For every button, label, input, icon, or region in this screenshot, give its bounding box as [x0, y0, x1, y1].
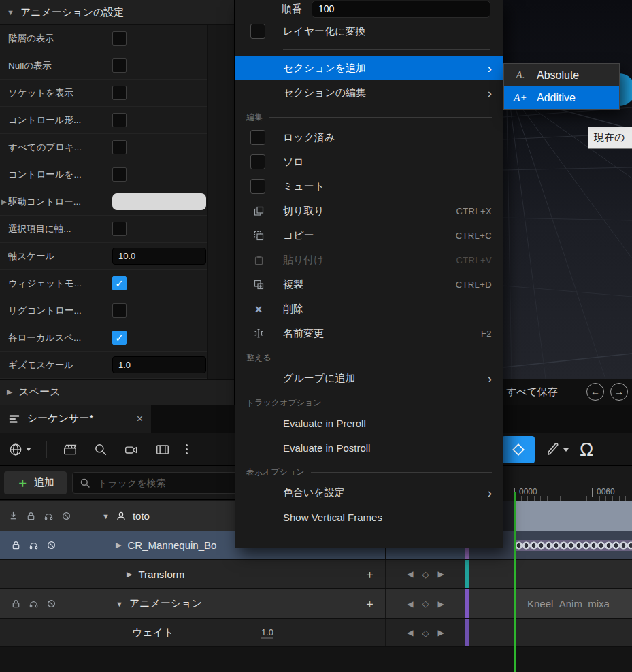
timeline-area-transform[interactable] [469, 560, 632, 588]
menu-item-locked[interactable]: ロック済み [235, 125, 503, 150]
expand-arrow-icon[interactable]: ▶ [127, 570, 132, 579]
add-key-icon[interactable]: ◇ [422, 569, 429, 579]
delete-icon: × [250, 303, 267, 316]
collapse-arrow-icon[interactable]: ▼ [102, 512, 110, 520]
menu-item-add-section[interactable]: セクションを追加 › [235, 56, 503, 80]
color-field[interactable] [112, 193, 206, 210]
menu-item-evaluate-preroll[interactable]: Evaluate in Preroll [235, 411, 503, 435]
track-row-weight[interactable]: ウェイト 1.0 ◀ ◇ ▶ [0, 619, 632, 647]
prev-key-icon[interactable]: ◀ [407, 599, 413, 609]
checkbox[interactable] [250, 179, 265, 194]
track-row-animation[interactable]: ▼ アニメーション ＋ ◀ ◇ ▶ Kneel_Anim_mixa [0, 589, 632, 619]
next-key-icon[interactable]: ▶ [438, 628, 444, 637]
solo-headphones-icon[interactable] [29, 540, 39, 550]
checkbox[interactable] [250, 154, 265, 169]
menu-item-solo[interactable]: ソロ [235, 150, 503, 174]
keyframe-mode-button[interactable] [502, 436, 535, 463]
checkbox[interactable] [250, 24, 265, 39]
collapse-arrow-icon[interactable]: ▼ [116, 600, 123, 608]
tab-sequencer[interactable]: シーケンサー* × [0, 405, 151, 433]
menu-item-rename[interactable]: 名前変更 F2 [235, 321, 503, 346]
add-key-icon[interactable]: ◇ [422, 599, 429, 609]
lock-icon[interactable] [11, 540, 21, 550]
add-subtrack-icon[interactable]: ＋ [364, 569, 376, 580]
menu-item-mute[interactable]: ミュート [235, 174, 503, 199]
gizmo-scale-field[interactable]: 1.0 [112, 356, 206, 373]
track-list-empty-area[interactable] [0, 647, 632, 672]
paint-tool-button[interactable] [546, 442, 569, 457]
next-key-icon[interactable]: ▶ [438, 569, 444, 579]
menu-item-label: Evaluate in Preroll [283, 418, 366, 429]
menu-item-convert-to-layer[interactable]: レイヤー化に変換 [235, 19, 503, 44]
space-section-header[interactable]: ▶ スペース [0, 379, 234, 405]
mute-icon[interactable] [46, 540, 56, 550]
settings-row: 軸スケール 10.0 [0, 243, 234, 270]
animation-clip[interactable]: Kneel_Anim_mixa [515, 589, 632, 618]
lock-icon[interactable] [26, 511, 36, 521]
navigate-back-button[interactable]: ← [586, 383, 604, 401]
timeline-area-weight[interactable] [469, 619, 632, 646]
checkbox[interactable] [112, 276, 127, 290]
keyframe-dots-strip[interactable] [515, 540, 632, 551]
checkbox[interactable] [112, 303, 127, 318]
checkbox[interactable] [112, 222, 127, 236]
find-in-sequence-icon[interactable] [93, 442, 108, 457]
checkbox[interactable] [112, 113, 127, 127]
collapse-arrow-icon[interactable]: ▼ [7, 8, 14, 16]
expander-arrow-icon[interactable]: ▶ [7, 388, 12, 397]
more-options-icon[interactable] [186, 444, 188, 454]
settings-row: 階層の表示 [0, 25, 234, 52]
next-key-icon[interactable]: ▶ [438, 599, 444, 609]
menu-item-label: セクションの編集 [283, 86, 366, 99]
3d-viewport[interactable] [503, 0, 632, 379]
create-camera-icon[interactable] [62, 442, 78, 457]
order-input[interactable] [312, 1, 490, 18]
lock-icon[interactable] [11, 599, 21, 609]
submenu-item-absolute[interactable]: A. Absolute [504, 64, 619, 86]
solo-headphones-icon[interactable] [44, 511, 54, 521]
film-slate-icon[interactable] [154, 442, 171, 457]
save-all-button[interactable]: すべて保存 [506, 386, 558, 399]
add-key-icon[interactable]: ◇ [422, 628, 429, 638]
panel-header[interactable]: ▼ アニメーションの設定 [0, 0, 234, 25]
track-row-transform[interactable]: ▶ Transform ＋ ◀ ◇ ▶ [0, 560, 632, 589]
axis-scale-field[interactable]: 10.0 [112, 248, 206, 265]
playhead[interactable] [514, 492, 516, 672]
checkbox[interactable] [112, 31, 127, 46]
world-selector-button[interactable] [8, 442, 31, 457]
submenu-item-additive[interactable]: A+ Additive [504, 86, 619, 109]
checkbox[interactable] [112, 86, 127, 100]
weight-value-field[interactable]: 1.0 [261, 627, 273, 639]
mute-icon[interactable] [46, 599, 56, 609]
menu-item-duplicate[interactable]: 複製 CTRL+D [235, 272, 503, 297]
expand-arrow-icon[interactable]: ▶ [116, 541, 121, 550]
add-subtrack-icon[interactable]: ＋ [364, 598, 376, 609]
checkbox[interactable] [112, 58, 127, 73]
menu-item-evaluate-postroll[interactable]: Evaluate in Postroll [235, 435, 503, 460]
timeline-area-animation[interactable]: Kneel_Anim_mixa [469, 589, 632, 618]
checkbox[interactable] [112, 331, 127, 345]
section-range-bar[interactable] [515, 501, 632, 531]
pin-icon[interactable] [8, 511, 18, 521]
menu-item-add-to-group[interactable]: グループに追加 › [235, 366, 503, 390]
navigate-forward-button[interactable]: → [610, 383, 628, 401]
solo-headphones-icon[interactable] [29, 599, 39, 609]
menu-item-cut[interactable]: 切り取り CTRL+X [235, 199, 503, 223]
prev-key-icon[interactable]: ◀ [407, 569, 413, 579]
mute-icon[interactable] [61, 511, 71, 521]
checkbox[interactable] [250, 130, 265, 145]
camera-icon[interactable] [123, 442, 139, 457]
add-track-button[interactable]: ＋ 追加 [4, 471, 67, 494]
expander-arrow-icon[interactable]: ▶ [1, 198, 7, 205]
menu-item-set-tint[interactable]: 色合いを設定 › [235, 480, 503, 505]
menu-item-show-vertical-frames[interactable]: Show Vertical Frames [235, 505, 503, 529]
close-tab-icon[interactable]: × [137, 414, 143, 424]
menu-item-edit-section[interactable]: セクションの編集 › [235, 80, 503, 105]
checkbox[interactable] [112, 167, 127, 182]
menu-item-delete[interactable]: × 削除 [235, 297, 503, 321]
omega-icon[interactable]: Ω [580, 441, 593, 459]
menu-item-copy[interactable]: コピー CTRL+C [235, 223, 503, 248]
unreal-editor-window: ▼ アニメーションの設定 階層の表示 Nullの表示 ソケットを表示 コントロー… [0, 0, 632, 672]
prev-key-icon[interactable]: ◀ [407, 628, 413, 637]
checkbox[interactable] [112, 140, 127, 154]
